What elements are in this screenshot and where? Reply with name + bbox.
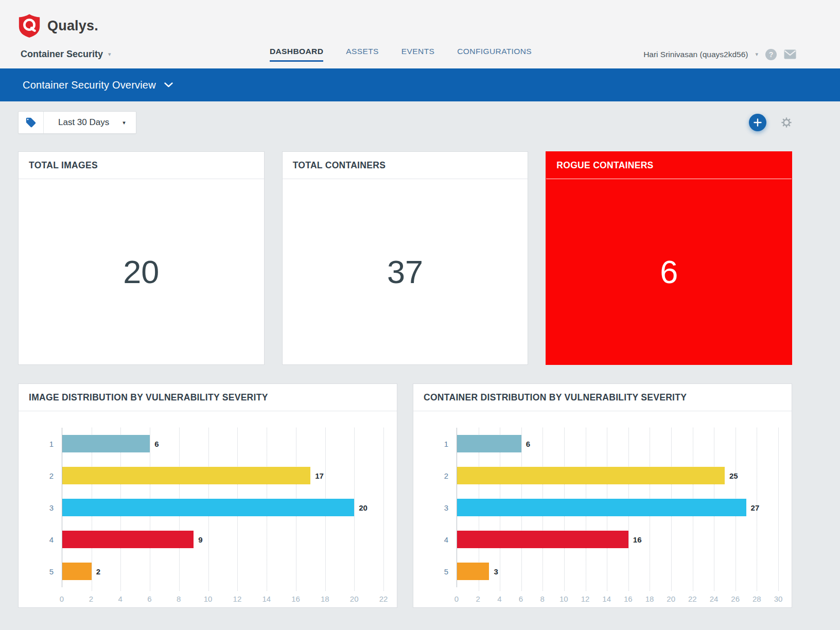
y-axis-category-label: 2 — [29, 460, 62, 492]
date-range-label: Last 30 Days — [58, 117, 109, 128]
plot-area: 62527163 — [457, 428, 778, 587]
tab-events[interactable]: EVENTS — [401, 47, 434, 62]
product-name: Container Security — [21, 49, 103, 60]
x-axis-tick-label: 2 — [476, 594, 480, 603]
bar-value-label: 6 — [154, 440, 159, 448]
y-axis-category-label: 5 — [424, 555, 457, 587]
tab-dashboard[interactable]: DASHBOARD — [270, 47, 323, 62]
bar-value-label: 20 — [359, 503, 367, 512]
total-images-card[interactable]: TOTAL IMAGES 20 — [18, 151, 265, 365]
x-axis-labels: 024681012141618202224262830 — [457, 587, 778, 606]
date-range-select[interactable]: Last 30 Days ▾ — [44, 117, 136, 128]
y-axis-category-label: 4 — [29, 523, 62, 555]
bar-severity-1[interactable] — [62, 435, 150, 452]
chart-area: 12345 62527163 0246810121416182022242628… — [413, 411, 792, 610]
tag-icon[interactable] — [19, 112, 44, 133]
chevron-down-icon: ▾ — [122, 119, 126, 126]
rogue-containers-card[interactable]: ROGUE CONTAINERS 6 — [546, 151, 792, 365]
bar-severity-5[interactable] — [457, 563, 489, 580]
bar-severity-3[interactable] — [62, 499, 354, 516]
plot-area: 6172092 — [62, 428, 383, 587]
chevron-down-icon: ▾ — [108, 51, 111, 57]
y-axis-category-label: 5 — [29, 555, 62, 587]
x-axis-tick-label: 20 — [350, 594, 359, 603]
x-axis-tick-label: 18 — [645, 594, 654, 603]
dashboard-title: Container Security Overview — [23, 79, 156, 91]
x-axis-tick-label: 6 — [147, 594, 151, 603]
y-axis-category-label: 4 — [424, 523, 457, 555]
x-axis-tick-label: 6 — [519, 594, 523, 603]
bar-value-label: 16 — [633, 535, 642, 544]
main-tabs: DASHBOARD ASSETS EVENTS CONFIGURATIONS — [175, 47, 626, 62]
help-icon[interactable]: ? — [765, 49, 777, 60]
bar-severity-4[interactable] — [457, 531, 628, 548]
total-containers-card[interactable]: TOTAL CONTAINERS 37 — [282, 151, 529, 365]
y-axis-labels: 12345 — [424, 428, 457, 587]
bar-row: 27 — [457, 492, 778, 523]
bar-value-label: 17 — [315, 471, 324, 480]
bar-row: 25 — [457, 460, 778, 492]
content: Last 30 Days ▾ — [0, 111, 840, 608]
chart-cards-row: IMAGE DISTRIBUTION BY VULNERABILITY SEVE… — [18, 383, 792, 608]
bar-chart: 12345 6172092 0246810121416182022 — [29, 428, 383, 606]
bar-value-label: 9 — [198, 535, 202, 544]
total-images-value: 20 — [123, 253, 159, 290]
card-title: ROGUE CONTAINERS — [556, 160, 653, 171]
x-axis-tick-label: 16 — [624, 594, 633, 603]
filter-actions — [749, 114, 792, 131]
card-header: TOTAL IMAGES — [19, 152, 264, 179]
x-axis-tick-label: 4 — [118, 594, 122, 603]
bar-severity-5[interactable] — [62, 563, 92, 580]
bar-row: 3 — [457, 555, 778, 587]
add-widget-button[interactable] — [749, 114, 766, 131]
x-axis-tick-label: 10 — [559, 594, 568, 603]
bar-severity-4[interactable] — [62, 531, 194, 548]
bar-severity-3[interactable] — [457, 499, 746, 516]
container-distribution-chart-card: CONTAINER DISTRIBUTION BY VULNERABILITY … — [413, 383, 792, 608]
tab-configurations[interactable]: CONFIGURATIONS — [457, 47, 532, 62]
bar-row: 6 — [62, 428, 383, 460]
y-axis-labels: 12345 — [29, 428, 62, 587]
top-header: Qualys. Container Security ▾ DASHBOARD A… — [0, 0, 840, 68]
x-axis-tick-label: 14 — [602, 594, 611, 603]
x-axis-tick-label: 24 — [710, 594, 719, 603]
x-axis-tick-label: 2 — [89, 594, 93, 603]
axis-corner-spacer — [424, 587, 457, 606]
gridline — [778, 428, 779, 591]
page: Qualys. Container Security ▾ DASHBOARD A… — [0, 0, 840, 630]
date-range-filter[interactable]: Last 30 Days ▾ — [18, 111, 136, 134]
card-body: 6 — [546, 179, 792, 364]
x-axis-tick-label: 8 — [540, 594, 544, 603]
product-switcher[interactable]: Container Security ▾ — [21, 49, 175, 60]
bar-row: 2 — [62, 555, 383, 587]
x-axis-tick-label: 16 — [291, 594, 300, 603]
dashboard-title-bar: Container Security Overview — [0, 68, 840, 101]
y-axis-category-label: 3 — [424, 492, 457, 523]
bar-row: 16 — [457, 523, 778, 555]
x-axis-tick-label: 28 — [752, 594, 761, 603]
x-axis-tick-label: 0 — [454, 594, 459, 603]
card-title: TOTAL CONTAINERS — [293, 160, 386, 171]
chart-title: CONTAINER DISTRIBUTION BY VULNERABILITY … — [424, 392, 687, 403]
bar-value-label: 25 — [729, 471, 738, 480]
bar-severity-1[interactable] — [457, 435, 521, 452]
bar-severity-2[interactable] — [62, 467, 310, 484]
chevron-down-icon[interactable]: ▾ — [755, 51, 758, 57]
bar-value-label: 3 — [494, 567, 498, 576]
chevron-down-icon[interactable] — [164, 82, 173, 87]
x-axis-tick-label: 26 — [731, 594, 740, 603]
y-axis-category-label: 1 — [424, 428, 457, 460]
y-axis-category-label: 2 — [424, 460, 457, 492]
rogue-containers-value: 6 — [660, 253, 678, 290]
chart-area: 12345 6172092 0246810121416182022 — [19, 411, 397, 610]
user-name[interactable]: Hari Srinivasan (quays2kd56) — [643, 50, 748, 59]
qualys-logo: Qualys. — [18, 13, 98, 38]
chart-title: IMAGE DISTRIBUTION BY VULNERABILITY SEVE… — [29, 392, 268, 403]
tab-assets[interactable]: ASSETS — [346, 47, 379, 62]
stat-cards-row: TOTAL IMAGES 20 TOTAL CONTAINERS 37 ROGU… — [18, 151, 792, 365]
card-header: TOTAL CONTAINERS — [283, 152, 528, 179]
bar-severity-2[interactable] — [457, 467, 725, 484]
bar-chart: 12345 62527163 0246810121416182022242628… — [424, 428, 778, 606]
settings-gear-icon[interactable] — [781, 117, 792, 128]
mail-icon[interactable] — [784, 49, 796, 59]
